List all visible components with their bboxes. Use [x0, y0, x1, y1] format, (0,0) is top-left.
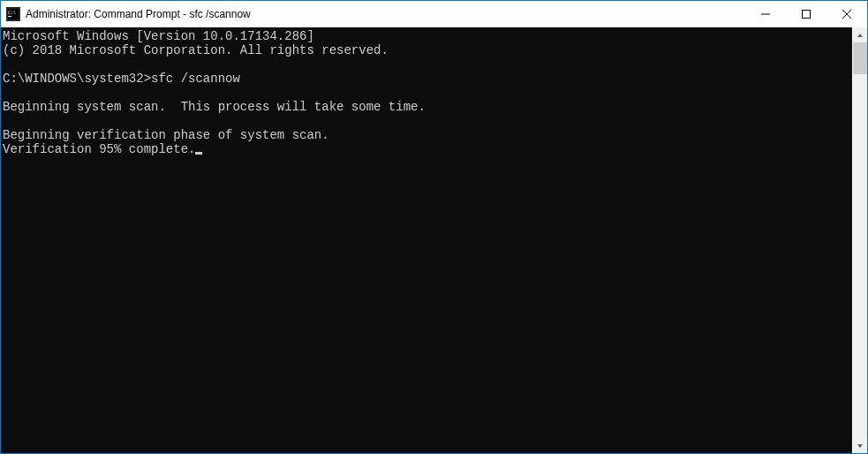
terminal-line: Beginning verification phase of system s… [3, 128, 852, 142]
close-button[interactable] [826, 1, 867, 27]
app-icon: C:\ [6, 7, 20, 21]
terminal-line [3, 114, 852, 128]
terminal-line: C:\WINDOWS\system32>sfc /scannow [3, 72, 852, 86]
terminal-line: Verification 95% complete. [3, 142, 852, 156]
terminal-line: Beginning system scan. This process will… [3, 100, 852, 114]
cursor [195, 152, 202, 155]
minimize-button[interactable] [745, 1, 786, 27]
terminal-line: Microsoft Windows [Version 10.0.17134.28… [3, 29, 852, 43]
window-title: Administrator: Command Prompt - sfc /sca… [26, 8, 745, 20]
scroll-track[interactable] [853, 42, 867, 438]
scroll-down-button[interactable] [853, 438, 867, 453]
vertical-scrollbar[interactable] [852, 27, 867, 453]
maximize-button[interactable] [786, 1, 826, 27]
terminal-line [3, 86, 852, 100]
svg-rect-3 [8, 16, 11, 17]
svg-marker-8 [857, 34, 863, 37]
svg-marker-9 [857, 444, 863, 448]
titlebar[interactable]: C:\ Administrator: Command Prompt - sfc … [1, 1, 867, 27]
terminal-line [3, 57, 852, 72]
svg-rect-5 [803, 11, 811, 19]
window-controls [745, 1, 867, 27]
scroll-up-button[interactable] [853, 27, 867, 42]
terminal-line: (c) 2018 Microsoft Corporation. All righ… [3, 43, 852, 57]
terminal-output[interactable]: Microsoft Windows [Version 10.0.17134.28… [1, 27, 852, 453]
terminal-client-area: Microsoft Windows [Version 10.0.17134.28… [1, 27, 867, 453]
command-prompt-window: C:\ Administrator: Command Prompt - sfc … [0, 0, 868, 454]
scroll-thumb[interactable] [853, 42, 867, 74]
svg-text:C:\: C:\ [8, 10, 16, 15]
